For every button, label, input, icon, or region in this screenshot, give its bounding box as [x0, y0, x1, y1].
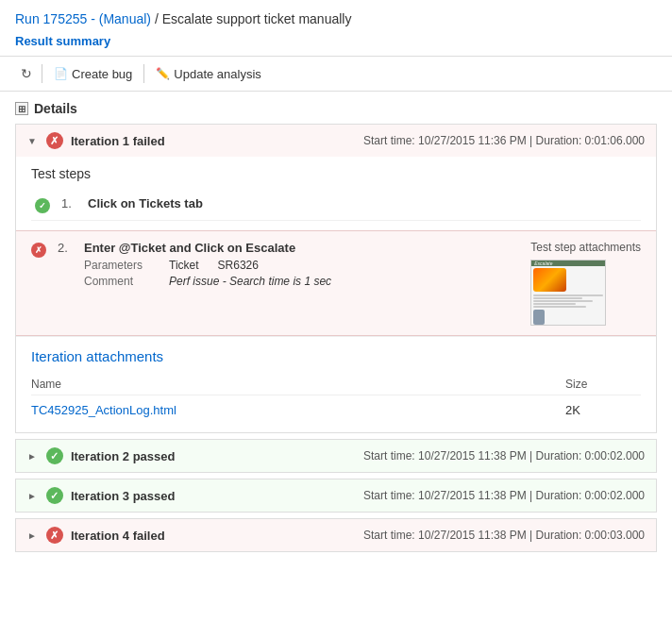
step-2-comment-label: Comment	[84, 275, 169, 288]
toolbar-separator-1	[42, 64, 42, 83]
iteration-2-expand-icon[interactable]: ►	[27, 451, 37, 462]
step-1-action: Click on Tickets tab	[88, 196, 637, 210]
step-2-comment-row: Comment Perf issue - Search time is 1 se…	[84, 275, 530, 288]
iteration-2-meta: Start time: 10/27/2015 11:38 PM | Durati…	[363, 449, 645, 462]
attachment-thumbnail[interactable]: Escalate	[530, 260, 606, 326]
iteration-2-title: Iteration 2 passed	[71, 449, 176, 463]
create-bug-button[interactable]: 📄 Create bug	[46, 63, 140, 85]
details-header: ⊞ Details	[15, 101, 657, 116]
attach-file-size: 2K	[565, 403, 641, 417]
iteration-2-status-icon: ✓	[46, 447, 63, 464]
create-bug-label: Create bug	[72, 67, 132, 81]
thumb-row-5	[533, 306, 586, 308]
step-2-param-label: Parameters	[84, 259, 169, 272]
step-2-status-icon: ✗	[31, 243, 46, 258]
step-2-param-value: SR6326	[218, 259, 259, 272]
thumb-person	[533, 310, 545, 325]
attach-file-link[interactable]: TC452925_ActionLog.html	[31, 403, 565, 417]
iteration-1-expand-icon[interactable]: ▼	[27, 136, 37, 146]
refresh-button[interactable]: ↻	[15, 62, 38, 85]
expand-icon[interactable]: ⊞	[15, 102, 28, 115]
thumb-row-1	[533, 294, 603, 296]
iteration-1-header[interactable]: ▼ ✗ Iteration 1 failed Start time: 10/27…	[16, 125, 656, 157]
update-analysis-button[interactable]: ✏️ Update analysis	[148, 63, 269, 85]
step-1-row: ✓ 1. Click on Tickets tab	[31, 191, 641, 221]
details-title: Details	[34, 101, 77, 116]
iteration-3-meta: Start time: 10/27/2015 11:38 PM | Durati…	[363, 489, 645, 502]
step-2-action: Enter @Ticket and Click on Escalate	[84, 241, 530, 255]
thumbnail-inner: Escalate	[531, 261, 605, 325]
iteration-4-block: ► ✗ Iteration 4 failed Start time: 10/27…	[15, 518, 657, 552]
result-summary-link[interactable]: Result summary	[15, 34, 110, 48]
refresh-icon: ↻	[21, 66, 32, 81]
step-1-status-icon: ✓	[35, 198, 50, 213]
thumb-row-3	[533, 300, 593, 302]
iteration-4-meta: Start time: 10/27/2015 11:38 PM | Durati…	[363, 529, 645, 542]
iteration-3-title: Iteration 3 passed	[71, 489, 176, 503]
step-2-content: Enter @Ticket and Click on Escalate Para…	[84, 241, 530, 291]
iteration-4-expand-icon[interactable]: ►	[27, 530, 37, 541]
pencil-icon: ✏️	[156, 67, 170, 80]
step-2-row: ✗ 2. Enter @Ticket and Click on Escalate…	[16, 230, 656, 336]
thumb-orange-blob	[533, 268, 566, 292]
page-title: Escalate support ticket manually	[162, 11, 352, 26]
iteration-2-block: ► ✓ Iteration 2 passed Start time: 10/27…	[15, 439, 657, 473]
step-2-comment-value: Perf issue - Search time is 1 sec	[169, 275, 331, 288]
step-2-inner: ✗ 2. Enter @Ticket and Click on Escalate…	[31, 241, 641, 326]
iteration-3-header[interactable]: ► ✓ Iteration 3 passed Start time: 10/27…	[16, 479, 656, 512]
thumb-row-2	[533, 297, 582, 299]
step-1-status: ✓	[35, 197, 54, 213]
iteration-1-block: ▼ ✗ Iteration 1 failed Start time: 10/27…	[15, 124, 657, 433]
step-2-param-name: Ticket	[169, 259, 199, 272]
iter-attach-title: Iteration attachments	[31, 348, 641, 364]
iteration-4-header[interactable]: ► ✗ Iteration 4 failed Start time: 10/27…	[16, 519, 656, 551]
iteration-3-expand-icon[interactable]: ►	[27, 491, 37, 501]
step-2-params-row: Parameters Ticket SR6326	[84, 259, 530, 272]
thumb-row-4	[533, 303, 575, 305]
update-analysis-label: Update analysis	[174, 67, 261, 81]
thumb-rows	[533, 294, 603, 308]
iteration-4-status-icon: ✗	[46, 527, 63, 544]
step-2-number: 2.	[58, 241, 76, 255]
iteration-2-header[interactable]: ► ✓ Iteration 2 passed Start time: 10/27…	[16, 440, 656, 472]
step-2-attachment: Test step attachments Escalate	[530, 241, 641, 326]
breadcrumb: Run 175255 - (Manual) / Escalate support…	[0, 0, 672, 32]
step-1-content: Click on Tickets tab	[88, 196, 637, 214]
test-steps-section: Test steps ✓ 1. Click on Tickets tab	[16, 157, 656, 230]
iteration-attachments-section: Iteration attachments Name Size TC452925…	[16, 336, 656, 432]
attach-col-size-header: Size	[565, 378, 641, 391]
step-1-number: 1.	[61, 196, 80, 210]
iteration-4-title: Iteration 4 failed	[71, 529, 165, 543]
thumb-body	[531, 266, 605, 326]
iteration-1-status-icon: ✗	[46, 132, 63, 149]
attach-row-1: TC452925_ActionLog.html 2K	[31, 399, 641, 421]
bug-icon: 📄	[54, 67, 68, 80]
iteration-1-title: Iteration 1 failed	[71, 134, 165, 148]
result-summary-section: Result summary	[0, 32, 672, 57]
iteration-3-status-icon: ✓	[46, 487, 63, 504]
attach-col-name-header: Name	[31, 378, 565, 391]
step-2-status: ✗	[31, 242, 50, 258]
toolbar: ↻ 📄 Create bug ✏️ Update analysis	[0, 57, 672, 92]
attach-table: Name Size TC452925_ActionLog.html 2K	[31, 374, 641, 421]
step-attachment-label: Test step attachments	[530, 241, 641, 254]
run-link[interactable]: Run 175255 - (Manual)	[15, 11, 151, 26]
toolbar-separator-2	[143, 64, 144, 83]
details-section: ⊞ Details ▼ ✗ Iteration 1 failed Start t…	[0, 92, 672, 563]
iteration-3-block: ► ✓ Iteration 3 passed Start time: 10/27…	[15, 479, 657, 513]
attach-table-header: Name Size	[31, 374, 641, 395]
breadcrumb-separator: /	[155, 11, 159, 26]
test-steps-title: Test steps	[31, 166, 641, 181]
iteration-1-meta: Start time: 10/27/2015 11:36 PM | Durati…	[363, 134, 645, 147]
